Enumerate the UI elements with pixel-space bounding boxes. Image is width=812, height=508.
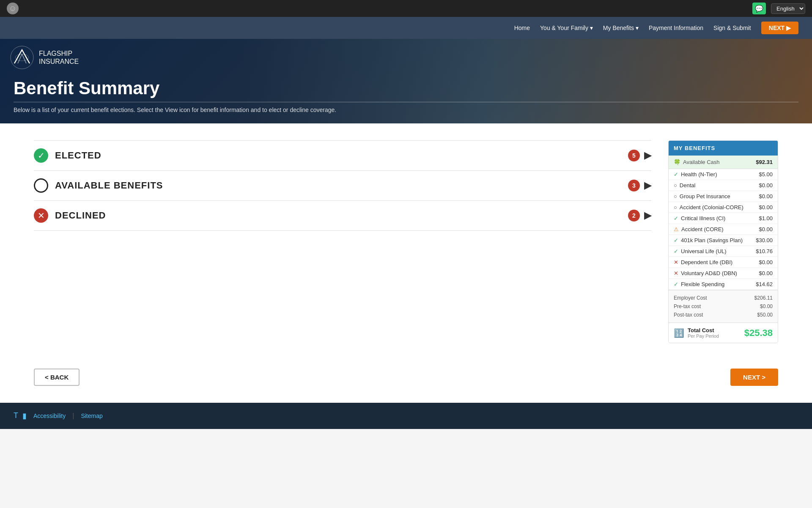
employer-cost-row: Employer Cost $206.11 (674, 294, 773, 302)
pretax-label: Pre-tax cost (674, 303, 701, 309)
sitemap-link[interactable]: Sitemap (81, 412, 102, 419)
benefit-item-name-3: ○ Accident (Colonial-CORE) (674, 204, 743, 210)
top-bar-left: ☺ (7, 3, 19, 14)
available-section[interactable]: AVAILABLE BENEFITS 3 ▶ (34, 171, 651, 201)
status-icon-red: ✕ (674, 270, 678, 276)
hero-section: FLAGSHIP INSURANCE Benefit Summary Below… (0, 39, 812, 123)
benefit-item-row: ○ Dental $0.00 (669, 180, 778, 191)
text-size-icon[interactable]: T (14, 411, 18, 421)
elected-label: ELECTED (55, 150, 628, 161)
benefit-item-name-5: ⚠ Accident (CORE) (674, 226, 724, 232)
top-bar: ☺ 💬 English (0, 0, 812, 17)
main-content: ✓ ELECTED 5 ▶ AVAILABLE BENEFITS 3 ▶ ✕ D… (0, 123, 812, 360)
total-cost-row: 🔢 Total Cost Per Pay Period $25.38 (669, 322, 778, 343)
declined-label: DECLINED (55, 210, 628, 221)
employer-cost-label: Employer Cost (674, 295, 707, 301)
status-icon-green: ✓ (674, 281, 678, 287)
piggy-icon: 🍀 (674, 159, 680, 165)
nav-sign-submit[interactable]: Sign & Submit (713, 25, 751, 31)
declined-chevron: ▶ (644, 210, 651, 221)
status-icon-empty: ○ (674, 193, 677, 199)
benefit-item-row: ✓ Critical Illness (CI) $1.00 (669, 213, 778, 224)
language-select[interactable]: English (771, 3, 805, 14)
benefit-item-row: ○ Accident (Colonial-CORE) $0.00 (669, 202, 778, 213)
available-cash-row: 🍀 Available Cash $92.31 (669, 156, 778, 169)
benefit-item-name-4: ✓ Critical Illness (CI) (674, 215, 725, 221)
posttax-label: Post-tax cost (674, 312, 703, 318)
benefit-items-list: ✓ Health (N-Tier) $5.00 ○ Dental $0.00 ○… (669, 169, 778, 290)
accessibility-link[interactable]: Accessibility (33, 412, 66, 419)
benefit-item-cost-9: $0.00 (759, 270, 773, 276)
nav-home[interactable]: Home (514, 25, 530, 31)
hero-content: Benefit Summary Below is a list of your … (0, 78, 812, 113)
nav-you-your-family[interactable]: You & Your Family ▾ (540, 25, 593, 31)
benefit-item-label-7: Universal Life (UL) (681, 248, 727, 254)
benefit-item-cost-2: $0.00 (759, 193, 773, 199)
benefit-item-label-2: Group Pet Insurance (680, 193, 730, 199)
back-button[interactable]: < BACK (34, 369, 80, 386)
nav-payment-information[interactable]: Payment Information (649, 25, 703, 31)
calculator-icon: 🔢 (674, 328, 684, 338)
cost-summary: Employer Cost $206.11 Pre-tax cost $0.00… (669, 290, 778, 322)
benefit-item-cost-1: $0.00 (759, 182, 773, 188)
total-cost-left: 🔢 Total Cost Per Pay Period (674, 327, 719, 339)
elected-icon: ✓ (34, 148, 48, 163)
status-icon-red: ✕ (674, 259, 678, 265)
benefit-item-label-1: Dental (680, 182, 696, 188)
available-chevron: ▶ (644, 180, 651, 191)
benefit-item-label-5: Accident (CORE) (681, 226, 724, 232)
status-icon-warn: ⚠ (674, 226, 679, 232)
benefit-item-name-1: ○ Dental (674, 182, 695, 188)
hero-description: Below is a list of your current benefit … (14, 107, 798, 113)
benefit-item-row: ✓ 401k Plan (Savings Plan) $30.00 (669, 235, 778, 246)
benefit-item-label-9: Voluntary AD&D (DBN) (681, 270, 737, 276)
elected-chevron: ▶ (644, 150, 651, 161)
available-icon (34, 178, 48, 193)
total-cost-label: Total Cost (688, 327, 719, 333)
benefit-item-label-3: Accident (Colonial-CORE) (680, 204, 743, 210)
chat-button[interactable]: 💬 (752, 3, 766, 14)
my-benefits-panel: MY BENEFITS 🍀 Available Cash $92.31 ✓ He… (668, 140, 778, 343)
total-cost-sub: Per Pay Period (688, 333, 719, 339)
available-count: 3 (628, 180, 640, 191)
benefit-item-name-8: ✕ Dependent Life (DBI) (674, 259, 732, 265)
available-label: AVAILABLE BENEFITS (55, 180, 628, 191)
status-icon-green: ✓ (674, 237, 678, 243)
total-cost-value: $25.38 (744, 328, 773, 339)
employer-cost-value: $206.11 (754, 295, 773, 301)
status-icon-green: ✓ (674, 248, 678, 254)
benefit-item-cost-0: $5.00 (759, 171, 773, 178)
benefit-item-label-8: Dependent Life (DBI) (681, 259, 732, 265)
benefit-item-row: ✕ Dependent Life (DBI) $0.00 (669, 257, 778, 268)
nav-next-button[interactable]: NEXT ▶ (761, 22, 798, 34)
accessibility-icon[interactable]: ▮ (22, 411, 27, 421)
nav-my-benefits[interactable]: My Benefits ▾ (603, 25, 639, 31)
benefit-item-label-10: Flexible Spending (681, 281, 724, 287)
status-icon-green: ✓ (674, 215, 678, 221)
hero-divider (14, 102, 798, 102)
elected-count: 5 (628, 150, 640, 161)
benefit-item-row: ○ Group Pet Insurance $0.00 (669, 191, 778, 202)
posttax-cost-row: Post-tax cost $50.00 (674, 311, 773, 319)
benefit-item-name-6: ✓ 401k Plan (Savings Plan) (674, 237, 743, 243)
benefit-item-name-0: ✓ Health (N-Tier) (674, 171, 717, 178)
benefit-item-cost-6: $30.00 (756, 237, 773, 243)
posttax-value: $50.00 (757, 312, 773, 318)
footer-icons: T ▮ (14, 411, 27, 421)
elected-section[interactable]: ✓ ELECTED 5 ▶ (34, 140, 651, 171)
declined-section[interactable]: ✕ DECLINED 2 ▶ (34, 201, 651, 231)
pretax-value: $0.00 (760, 303, 773, 309)
top-bar-right: 💬 English (752, 3, 805, 14)
benefit-item-cost-3: $0.00 (759, 204, 773, 210)
nav-buttons: < BACK NEXT > (0, 360, 812, 403)
benefit-item-name-10: ✓ Flexible Spending (674, 281, 724, 287)
benefit-item-row: ✓ Flexible Spending $14.62 (669, 279, 778, 290)
user-avatar-icon: ☺ (7, 3, 19, 14)
status-icon-empty: ○ (674, 182, 677, 188)
next-button[interactable]: NEXT > (730, 369, 778, 386)
benefit-item-row: ✕ Voluntary AD&D (DBN) $0.00 (669, 268, 778, 279)
benefit-item-label-0: Health (N-Tier) (681, 171, 717, 178)
declined-icon: ✕ (34, 208, 48, 223)
my-benefits-header: MY BENEFITS (669, 141, 778, 156)
benefit-item-label-6: 401k Plan (Savings Plan) (681, 237, 743, 243)
